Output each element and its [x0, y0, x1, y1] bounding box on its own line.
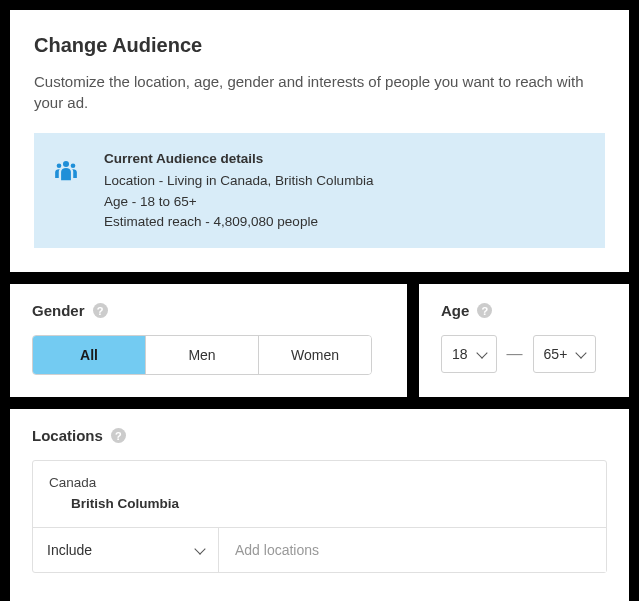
svg-point-2 — [71, 163, 76, 168]
gender-label: Gender — [32, 302, 85, 319]
gender-card: Gender ? All Men Women — [10, 284, 407, 397]
include-label: Include — [47, 542, 92, 558]
svg-point-0 — [63, 161, 69, 167]
svg-point-1 — [57, 163, 62, 168]
include-exclude-select[interactable]: Include — [33, 528, 219, 572]
help-icon[interactable]: ? — [93, 303, 108, 318]
gender-option-women[interactable]: Women — [259, 336, 371, 374]
age-max-value: 65+ — [544, 346, 568, 362]
locations-box: Canada British Columbia Include — [32, 460, 607, 573]
page-subtitle: Customize the location, age, gender and … — [34, 71, 605, 113]
chevron-down-icon — [476, 347, 487, 358]
current-audience-details: Current Audience details Location - Livi… — [104, 149, 373, 232]
page-title: Change Audience — [34, 34, 605, 57]
current-audience-title: Current Audience details — [104, 149, 373, 169]
current-audience-box: Current Audience details Location - Livi… — [34, 133, 605, 248]
age-min-value: 18 — [452, 346, 468, 362]
help-icon[interactable]: ? — [477, 303, 492, 318]
gender-segmented-control: All Men Women — [32, 335, 372, 375]
chevron-down-icon — [194, 543, 205, 554]
age-card: Age ? 18 — 65+ — [419, 284, 629, 397]
help-icon[interactable]: ? — [111, 428, 126, 443]
location-region: British Columbia — [71, 496, 590, 511]
locations-label: Locations — [32, 427, 103, 444]
current-reach: Estimated reach - 4,809,080 people — [104, 212, 373, 232]
add-locations-input[interactable] — [219, 528, 606, 572]
gender-option-men[interactable]: Men — [146, 336, 259, 374]
age-max-select[interactable]: 65+ — [533, 335, 597, 373]
age-min-select[interactable]: 18 — [441, 335, 497, 373]
current-location: Location - Living in Canada, British Col… — [104, 171, 373, 191]
age-label: Age — [441, 302, 469, 319]
locations-card: Locations ? Canada British Columbia Incl… — [10, 409, 629, 601]
current-age: Age - 18 to 65+ — [104, 192, 373, 212]
gender-option-all[interactable]: All — [33, 336, 146, 374]
change-audience-card: Change Audience Customize the location, … — [10, 10, 629, 272]
location-country: Canada — [49, 475, 590, 490]
age-range-separator: — — [507, 345, 523, 363]
people-icon — [52, 157, 80, 189]
chevron-down-icon — [576, 347, 587, 358]
